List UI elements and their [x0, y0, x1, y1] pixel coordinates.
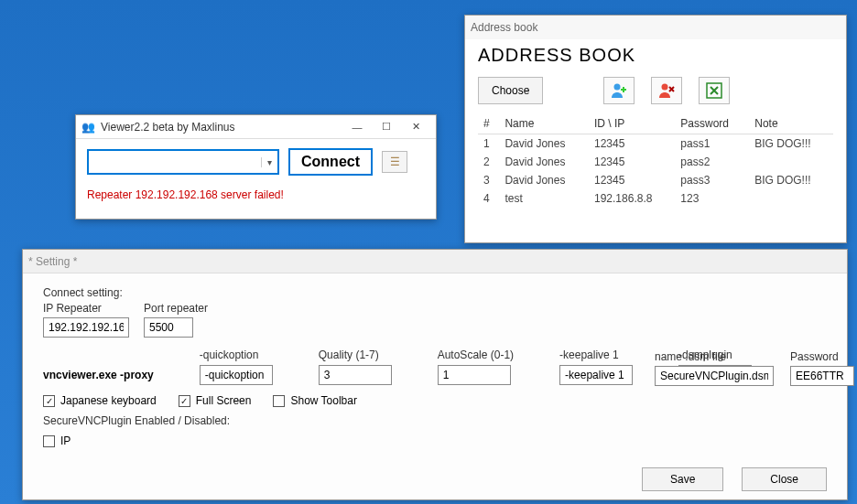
settings-titlebar: * Setting *	[23, 250, 847, 273]
keepalive-header: -keepalive 1	[559, 349, 662, 361]
ip-repeater-label: IP Repeater	[43, 302, 129, 315]
settings-title: * Setting *	[28, 255, 841, 268]
jp-keyboard-label: Japanese keyboard	[60, 394, 157, 407]
minimize-button[interactable]: —	[342, 117, 372, 137]
password-header: Password	[790, 350, 854, 363]
quality-input[interactable]	[319, 365, 392, 385]
autoscale-header: AutoScale (0-1)	[438, 349, 543, 361]
table-row[interactable]: 3David Jones12345pass3BIG DOG!!!	[478, 171, 833, 189]
col-password[interactable]: Password	[675, 113, 749, 134]
settings-window: * Setting * Connect setting: IP Repeater…	[22, 249, 848, 500]
remove-contact-button[interactable]	[651, 77, 682, 104]
cell-idip: 12345	[589, 153, 675, 171]
addressbook-titlebar: Address book	[465, 16, 846, 39]
table-row[interactable]: 2David Jones12345pass2	[478, 153, 833, 171]
address-table: # Name ID \ IP Password Note 1David Jone…	[478, 113, 833, 208]
cell-idip: 192.186.8.8	[589, 189, 675, 208]
fullscreen-checkbox[interactable]: ✓ Full Screen	[179, 394, 252, 407]
cell-name: David Jones	[499, 171, 589, 189]
book-icon: ☰	[390, 155, 400, 168]
cell-idip: 12345	[589, 134, 675, 154]
cell-name: David Jones	[499, 153, 589, 171]
cell-password: pass1	[675, 134, 749, 154]
cell-note	[749, 153, 833, 171]
cell-name: test	[499, 189, 589, 208]
table-row[interactable]: 1David Jones12345pass1BIG DOG!!!	[478, 134, 833, 154]
dsmfile-input[interactable]	[655, 366, 774, 386]
svg-point-0	[614, 84, 621, 91]
col-name[interactable]: Name	[499, 113, 589, 134]
person-remove-icon	[657, 82, 676, 99]
ip-checkbox[interactable]: IP	[43, 434, 827, 447]
ip-checkbox-label: IP	[60, 434, 71, 447]
quickoption-header: -quickoption	[200, 349, 302, 361]
viewer-window: 👥 Viewer2.2 beta by Maxlinus — ☐ ✕ ▾ Con…	[75, 114, 437, 220]
keepalive-input[interactable]	[559, 365, 633, 385]
excel-icon	[706, 82, 722, 99]
proxy-label: vncviewer.exe -proxy	[43, 369, 183, 381]
port-repeater-input[interactable]	[144, 317, 193, 338]
autoscale-input[interactable]	[438, 365, 511, 385]
close-button[interactable]: Close	[742, 467, 827, 491]
dsmfile-header: name .dsm file	[655, 350, 774, 363]
fullscreen-label: Full Screen	[196, 394, 252, 407]
cell-password: pass3	[675, 171, 749, 189]
export-excel-button[interactable]	[699, 77, 730, 104]
person-add-icon	[610, 82, 628, 99]
status-text: Repeater 192.192.192.168 server failed!	[87, 188, 425, 201]
connect-button[interactable]: Connect	[288, 148, 373, 176]
cell-note: BIG DOG!!!	[749, 171, 833, 189]
checkbox-icon	[273, 395, 285, 407]
quality-header: Quality (1-7)	[319, 349, 421, 361]
cell-name: David Jones	[499, 134, 589, 154]
password-input[interactable]	[790, 366, 854, 386]
cell-note: BIG DOG!!!	[749, 134, 833, 154]
col-num[interactable]: #	[478, 113, 499, 134]
options-button[interactable]: ☰	[382, 151, 407, 173]
cell-num: 1	[478, 134, 499, 154]
cell-password: 123	[675, 189, 749, 208]
svg-point-1	[662, 84, 668, 91]
connect-setting-label: Connect setting:	[43, 286, 827, 299]
chevron-down-icon[interactable]: ▾	[261, 157, 277, 167]
cell-idip: 12345	[589, 171, 675, 189]
cell-password: pass2	[675, 153, 749, 171]
showtoolbar-checkbox[interactable]: Show Toolbar	[273, 394, 357, 407]
cell-num: 4	[478, 189, 499, 208]
addressbook-window-title: Address book	[471, 21, 841, 34]
checkbox-icon: ✓	[179, 395, 190, 407]
viewer-app-icon: 👥	[81, 121, 95, 134]
host-input[interactable]	[89, 155, 261, 168]
plugin-enabled-label: SecureVNCPlugin Enabled / Disabled:	[43, 414, 827, 427]
maximize-button[interactable]: ☐	[372, 117, 401, 137]
col-note[interactable]: Note	[749, 113, 833, 134]
viewer-titlebar: 👥 Viewer2.2 beta by Maxlinus — ☐ ✕	[76, 115, 436, 139]
ip-repeater-input[interactable]	[43, 317, 129, 338]
quickoption-input[interactable]	[200, 365, 273, 385]
addressbook-window: Address book ADDRESS BOOK Choose # Name …	[464, 15, 847, 243]
choose-button[interactable]: Choose	[478, 77, 543, 104]
addressbook-heading: ADDRESS BOOK	[478, 45, 833, 66]
viewer-title: Viewer2.2 beta by Maxlinus	[101, 121, 342, 134]
checkbox-icon	[43, 435, 55, 447]
cell-note	[749, 189, 833, 208]
port-repeater-label: Port repeater	[144, 302, 208, 315]
host-combobox[interactable]: ▾	[87, 149, 279, 175]
table-row[interactable]: 4test192.186.8.8123	[478, 189, 833, 208]
col-idip[interactable]: ID \ IP	[589, 113, 675, 134]
checkbox-icon: ✓	[43, 395, 55, 407]
cell-num: 3	[478, 171, 499, 189]
jp-keyboard-checkbox[interactable]: ✓ Japanese keyboard	[43, 394, 157, 407]
showtoolbar-label: Show Toolbar	[290, 394, 357, 407]
cell-num: 2	[478, 153, 499, 171]
close-button[interactable]: ✕	[401, 117, 430, 137]
save-button[interactable]: Save	[642, 467, 723, 491]
add-contact-button[interactable]	[603, 77, 635, 104]
